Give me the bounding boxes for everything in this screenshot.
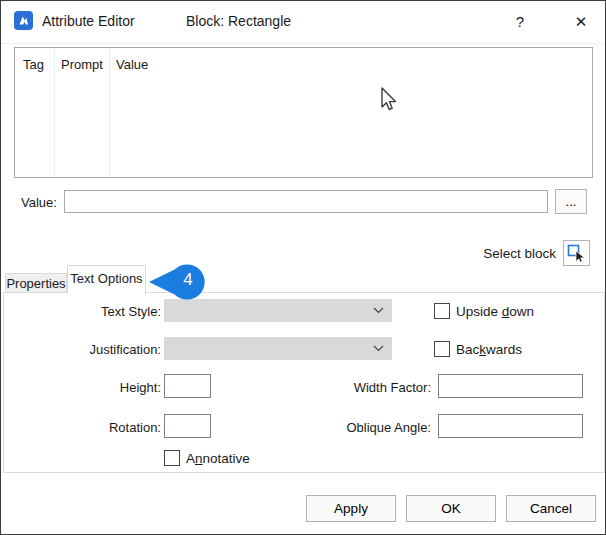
step-callout-badge: 4 (147, 263, 209, 301)
column-header-tag[interactable]: Tag (23, 57, 44, 72)
upside-down-checkbox[interactable] (434, 303, 450, 319)
help-button[interactable]: ? (504, 7, 536, 37)
attribute-editor-dialog: Attribute Editor Block: Rectangle ? ✕ Ta… (0, 0, 606, 535)
column-header-value[interactable]: Value (116, 57, 148, 72)
column-divider (109, 48, 110, 177)
close-button[interactable]: ✕ (564, 7, 598, 37)
text-style-label: Text Style: (21, 304, 161, 319)
select-block-button[interactable] (563, 240, 590, 266)
width-factor-input[interactable] (438, 374, 583, 398)
value-input[interactable] (64, 190, 548, 213)
oblique-angle-label: Oblique Angle: (291, 420, 431, 435)
tab-properties[interactable]: Properties (5, 273, 67, 293)
app-logo-icon (14, 11, 33, 30)
annotative-checkbox[interactable] (164, 450, 180, 466)
height-input[interactable] (164, 374, 211, 398)
column-header-prompt[interactable]: Prompt (61, 57, 103, 72)
value-label: Value: (21, 195, 57, 210)
apply-button[interactable]: Apply (306, 495, 396, 522)
browse-button[interactable]: ... (555, 189, 587, 214)
column-divider (54, 48, 55, 177)
rotation-input[interactable] (164, 414, 211, 438)
rotation-label: Rotation: (21, 420, 161, 435)
width-factor-label: Width Factor: (291, 380, 431, 395)
oblique-angle-input[interactable] (438, 414, 583, 438)
chevron-down-icon (373, 307, 384, 314)
text-style-dropdown[interactable] (164, 299, 392, 322)
justification-label: Justification: (21, 342, 161, 357)
chevron-down-icon (373, 345, 384, 352)
select-block-icon (567, 244, 586, 263)
callout-number: 4 (178, 270, 198, 290)
height-label: Height: (21, 380, 161, 395)
backwards-label: Backwards (456, 342, 522, 357)
ok-button[interactable]: OK (406, 495, 496, 522)
dialog-title: Attribute Editor (42, 1, 135, 44)
bricscad-logo-glyph (17, 14, 30, 27)
block-name-label: Block: Rectangle (186, 1, 291, 44)
tab-text-options[interactable]: Text Options (67, 265, 146, 294)
backwards-checkbox[interactable] (434, 341, 450, 357)
cancel-button[interactable]: Cancel (506, 495, 596, 522)
annotative-label: Annotative (186, 451, 250, 466)
titlebar: Attribute Editor Block: Rectangle ? ✕ (1, 1, 605, 44)
attribute-table[interactable]: Tag Prompt Value (14, 47, 593, 178)
justification-dropdown[interactable] (164, 337, 392, 360)
upside-down-label: Upside down (456, 304, 534, 319)
select-block-label: Select block (456, 246, 556, 261)
